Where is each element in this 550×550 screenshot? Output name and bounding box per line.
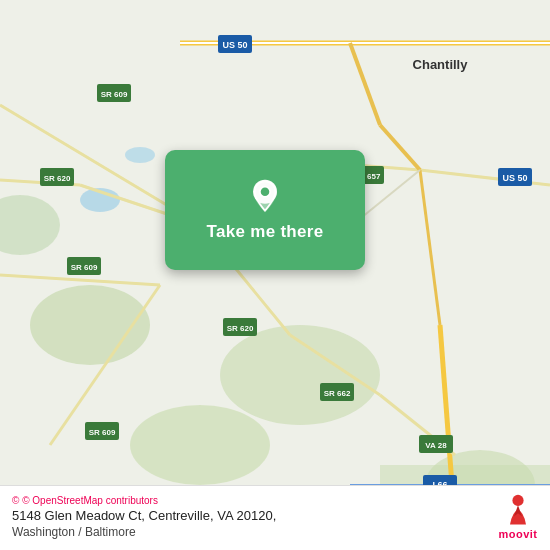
svg-text:US 50: US 50 bbox=[222, 40, 247, 50]
moovit-label: moovit bbox=[498, 528, 537, 540]
osm-credit-text: © OpenStreetMap contributors bbox=[22, 495, 158, 506]
svg-line-20 bbox=[420, 170, 440, 325]
destination-card[interactable]: Take me there bbox=[165, 150, 365, 270]
svg-text:US 50: US 50 bbox=[502, 173, 527, 183]
svg-point-53 bbox=[260, 187, 270, 197]
address-info: © © OpenStreetMap contributors 5148 Glen… bbox=[12, 495, 276, 539]
moovit-logo: moovit bbox=[498, 494, 538, 540]
moovit-icon bbox=[498, 494, 538, 526]
svg-point-54 bbox=[512, 495, 523, 506]
svg-text:VA 28: VA 28 bbox=[425, 441, 447, 450]
svg-text:Chantilly: Chantilly bbox=[413, 57, 469, 72]
svg-line-11 bbox=[0, 275, 160, 285]
svg-text:SR 662: SR 662 bbox=[324, 389, 351, 398]
svg-line-18 bbox=[350, 43, 380, 125]
address-line1: 5148 Glen Meadow Ct, Centreville, VA 201… bbox=[12, 508, 276, 523]
svg-text:SR 609: SR 609 bbox=[89, 428, 116, 437]
svg-line-19 bbox=[380, 125, 420, 170]
take-me-there-button[interactable]: Take me there bbox=[207, 222, 324, 242]
svg-text:SR 609: SR 609 bbox=[101, 90, 128, 99]
svg-point-4 bbox=[130, 405, 270, 485]
osm-logo: © bbox=[12, 495, 19, 506]
location-pin-icon bbox=[247, 178, 283, 214]
info-bar: © © OpenStreetMap contributors 5148 Glen… bbox=[0, 485, 550, 550]
map-container: US 50 SR 609 SR 609 SR 609 SR 620 SR 620… bbox=[0, 0, 550, 550]
svg-text:SR 620: SR 620 bbox=[227, 324, 254, 333]
address-line2: Washington / Baltimore bbox=[12, 525, 276, 539]
svg-text:SR 620: SR 620 bbox=[44, 174, 71, 183]
svg-point-7 bbox=[125, 147, 155, 163]
map-svg: US 50 SR 609 SR 609 SR 609 SR 620 SR 620… bbox=[0, 0, 550, 550]
osm-credit: © © OpenStreetMap contributors bbox=[12, 495, 276, 506]
svg-text:SR 609: SR 609 bbox=[71, 263, 98, 272]
svg-point-3 bbox=[0, 195, 60, 255]
